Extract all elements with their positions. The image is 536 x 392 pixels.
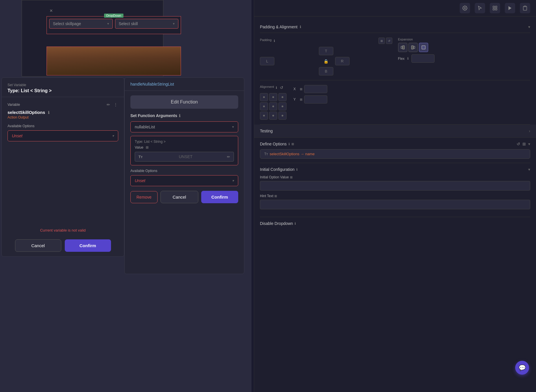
align-top-left[interactable]	[260, 93, 268, 101]
svg-rect-10	[411, 46, 413, 49]
flex-input[interactable]	[411, 54, 435, 63]
align-bottom-left[interactable]	[260, 112, 268, 120]
padding-bottom-input[interactable]	[319, 67, 333, 75]
args-label: Set Function Arguments ℹ	[130, 113, 238, 118]
info-icon: ℹ	[274, 39, 275, 43]
define-value: selectSkillOptions → name	[270, 152, 315, 156]
info-icon: ℹ	[289, 142, 290, 146]
align-bottom-right[interactable]	[278, 112, 287, 120]
remove-button[interactable]: Remove	[130, 191, 158, 203]
nullable-list-dropdown[interactable]: nullableList ▾	[130, 121, 238, 132]
padding-left-input[interactable]	[260, 57, 274, 65]
field-actions: ✏ ⋮	[106, 102, 118, 108]
confirm-button[interactable]: Confirm	[65, 239, 111, 252]
hint-text-input[interactable]: Select skill	[260, 200, 530, 209]
tool-icon-play[interactable]	[505, 3, 515, 13]
chevron-down-icon: ▾	[232, 179, 234, 183]
expand-right-button[interactable]	[409, 43, 418, 52]
available-label: Available Options	[130, 169, 238, 173]
info-icon: ℹ	[295, 222, 296, 225]
right-panel: Padding & Alignment ℹ ▾ Padding ℹ ⊞ ↺	[254, 0, 536, 392]
define-reset-button[interactable]: ↺	[517, 142, 520, 146]
modal-title: Type: List < String >	[8, 88, 118, 93]
chevron-down-icon: ▾	[107, 22, 109, 26]
align-middle-center[interactable]	[269, 102, 277, 110]
modal-footer: Cancel Confirm	[2, 235, 124, 256]
set-variable-modal: Set Variable Type: List < String > Varia…	[1, 77, 124, 257]
initial-config-section: Initial Configuration ℹ ▾ Initial Option…	[260, 163, 530, 217]
widget-close-button[interactable]: ×	[47, 6, 56, 15]
define-add-button[interactable]: ⊞	[522, 142, 526, 146]
svg-marker-5	[509, 6, 512, 10]
options-icon: ⊞	[290, 175, 293, 179]
padding-right-input[interactable]	[335, 57, 350, 65]
svg-rect-7	[401, 46, 402, 49]
padding-reset-button[interactable]: ↺	[386, 38, 392, 44]
type-label: Type: List < String >	[135, 140, 234, 144]
padding-alignment-content: Padding ℹ ⊞ ↺ 🔒	[260, 33, 530, 80]
align-top-right[interactable]	[278, 93, 287, 101]
testing-section[interactable]: Testing ›	[254, 125, 536, 138]
testing-title: Testing	[260, 129, 273, 133]
info-icon: ℹ	[179, 114, 180, 118]
svg-rect-8	[402, 46, 404, 49]
alignment-reset-icon[interactable]: ↺	[280, 85, 283, 90]
arg-type-box: Type: List < String > Value ⊞ Tт UNSET ✏	[130, 136, 238, 165]
x-label: X	[293, 87, 298, 91]
info-icon: ℹ	[300, 25, 301, 29]
unset-input[interactable]: Tт UNSET ✏	[135, 152, 234, 162]
initial-option-value-input[interactable]	[260, 181, 530, 191]
confirm-button[interactable]: Confirm	[201, 191, 238, 203]
unset-option: Unset	[135, 178, 145, 183]
tool-icon-clipboard[interactable]	[520, 3, 530, 13]
info-icon: ⊞	[300, 98, 302, 101]
more-options-button[interactable]: ⋮	[113, 102, 118, 108]
widget-dropdowns: DropDown Select skillpage ▾ Select skill…	[47, 16, 181, 34]
alignment-label: Alignment	[260, 85, 274, 88]
chat-bubble-button[interactable]: 💬	[515, 361, 529, 375]
options-icon: ⊞	[274, 194, 277, 198]
padding-top-input[interactable]	[319, 47, 333, 55]
modal-header: Set Variable Type: List < String >	[2, 78, 124, 97]
options-icon: ⊞	[291, 142, 294, 146]
select-skill-dropdown[interactable]: Select skill ▾	[115, 19, 179, 29]
svg-rect-9	[414, 46, 415, 49]
cancel-button[interactable]: Cancel	[15, 239, 61, 252]
disable-dropdown-row: Disable Dropdown ℹ	[260, 217, 530, 230]
select-skillpage-dropdown[interactable]: Select skillpage ▾	[49, 19, 113, 29]
nullable-list-row: nullableList ▾	[130, 121, 238, 132]
define-actions: ↺ ⊞ ▾	[517, 142, 530, 146]
center-modal-header: handleNullableStringList	[125, 78, 244, 91]
tool-icon-settings[interactable]	[460, 3, 470, 13]
expand-full-button[interactable]	[419, 43, 428, 52]
tool-icon-grid[interactable]	[490, 3, 500, 13]
initial-config-header[interactable]: Initial Configuration ℹ ▾	[260, 167, 530, 172]
info-icon: ℹ	[296, 168, 297, 171]
padding-alignment-section-header[interactable]: Padding & Alignment ℹ ▾	[260, 21, 530, 33]
align-middle-right[interactable]	[278, 102, 287, 110]
expand-left-button[interactable]	[398, 43, 407, 52]
center-footer: Remove Cancel Confirm	[125, 186, 244, 208]
alignment-grid-section: Alignment ℹ ↺	[260, 85, 287, 120]
align-bottom-center[interactable]	[269, 112, 277, 120]
align-middle-left[interactable]	[260, 102, 268, 110]
unset-dropdown[interactable]: Unset ▾	[8, 130, 118, 141]
svg-rect-4	[496, 9, 497, 10]
available-options-dropdown[interactable]: Unset ▾	[130, 175, 238, 186]
available-options-section: Available Options Unset ▾	[125, 169, 244, 186]
padding-global-button[interactable]: ⊞	[378, 38, 385, 44]
edit-icon: ✏	[227, 155, 230, 159]
tt-icon: Tт	[264, 152, 268, 156]
define-value-tag: Tт selectSkillOptions → name	[260, 149, 530, 159]
cancel-button[interactable]: Cancel	[160, 191, 198, 203]
edit-function-button[interactable]: Edit Function	[130, 95, 238, 109]
tool-icon-cursor[interactable]	[475, 3, 485, 13]
align-top-center[interactable]	[269, 93, 277, 101]
info-icon: ℹ	[407, 57, 409, 60]
y-input[interactable]	[304, 95, 327, 103]
available-options-label: Available Options	[8, 124, 118, 128]
variable-badge: Action Output	[8, 115, 118, 119]
x-input[interactable]	[304, 85, 327, 93]
edit-variable-button[interactable]: ✏	[106, 102, 111, 108]
svg-rect-6	[524, 6, 526, 7]
